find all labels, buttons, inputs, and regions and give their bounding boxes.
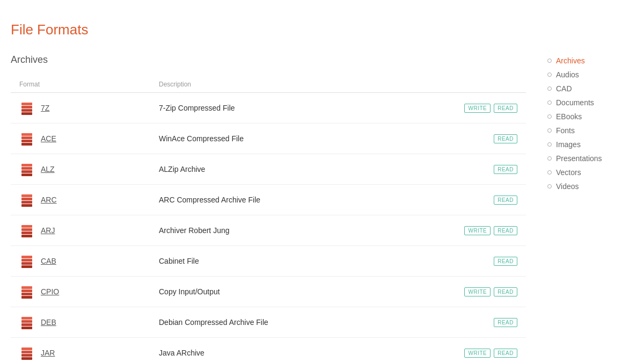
formats-table: Format Description 7Z7-Zip Compressed Fi…: [11, 76, 526, 362]
format-badges: WRITEREAD: [431, 349, 517, 358]
sidebar-item[interactable]: Documents: [547, 96, 633, 110]
format-name-link[interactable]: 7Z: [41, 104, 49, 112]
format-description: ALZip Archive: [159, 165, 431, 173]
archive-icon: [20, 255, 33, 267]
format-name-link[interactable]: ALZ: [41, 165, 55, 173]
format-badges: READ: [431, 196, 517, 205]
section-title: Archives: [11, 54, 526, 66]
archive-icon: [20, 102, 33, 114]
sidebar-dot-icon: [547, 100, 552, 105]
stack-icon: [19, 345, 34, 360]
sidebar-item[interactable]: Archives: [547, 54, 633, 68]
format-cell: ARC: [19, 192, 159, 207]
page-title: File Formats: [11, 21, 526, 38]
format-cell: ACE: [19, 131, 159, 146]
format-name-link[interactable]: DEB: [41, 318, 56, 327]
main-content: File Formats Archives Format Description…: [11, 21, 547, 362]
sidebar-item[interactable]: Videos: [547, 179, 633, 193]
sidebar-item[interactable]: Fonts: [547, 124, 633, 137]
archive-icon: [20, 285, 33, 298]
table-row: ARCARC Compressed Archive FileREAD: [11, 185, 526, 215]
format-description: Cabinet File: [159, 257, 431, 265]
sidebar-dot-icon: [547, 59, 552, 63]
sidebar-link[interactable]: Audios: [556, 70, 579, 79]
format-cell: DEB: [19, 315, 159, 330]
format-badges: WRITEREAD: [431, 287, 517, 296]
sidebar-link[interactable]: Videos: [556, 182, 579, 191]
sidebar-link[interactable]: Fonts: [556, 126, 575, 135]
format-cell: JAR: [19, 345, 159, 360]
write-badge: WRITE: [464, 349, 491, 358]
sidebar-dot-icon: [547, 73, 552, 77]
write-badge: WRITE: [464, 287, 491, 296]
col-description: Description: [159, 81, 431, 88]
stack-icon: [19, 223, 34, 238]
sidebar-link[interactable]: Vectors: [556, 168, 581, 177]
read-badge: READ: [494, 134, 517, 143]
read-badge: READ: [494, 196, 517, 205]
archive-icon: [20, 163, 33, 176]
sidebar-link[interactable]: EBooks: [556, 112, 582, 121]
stack-icon: [19, 284, 34, 299]
format-badges: WRITEREAD: [431, 104, 517, 113]
stack-icon: [19, 131, 34, 146]
stack-icon: [19, 162, 34, 177]
format-description: Java ARchive: [159, 349, 431, 357]
format-cell: CPIO: [19, 284, 159, 299]
table-row: CPIOCopy Input/OutputWRITEREAD: [11, 277, 526, 307]
format-description: WinAce Compressed File: [159, 134, 431, 143]
sidebar: ArchivesAudiosCADDocumentsEBooksFontsIma…: [547, 21, 633, 362]
format-cell: CAB: [19, 254, 159, 269]
table-row: 7Z7-Zip Compressed FileWRITEREAD: [11, 93, 526, 124]
format-description: Debian Compressed Archive File: [159, 318, 431, 327]
sidebar-link[interactable]: Archives: [556, 56, 585, 65]
stack-icon: [19, 254, 34, 269]
table-header: Format Description: [11, 76, 526, 93]
sidebar-item[interactable]: EBooks: [547, 110, 633, 124]
format-name-link[interactable]: CAB: [41, 257, 56, 265]
format-name-link[interactable]: ACE: [41, 134, 56, 143]
format-badges: READ: [431, 165, 517, 174]
format-description: Copy Input/Output: [159, 287, 431, 296]
read-badge: READ: [494, 257, 517, 266]
sidebar-link[interactable]: Presentations: [556, 154, 602, 163]
table-row: ARJArchiver Robert JungWRITEREAD: [11, 215, 526, 246]
archive-icon: [20, 224, 33, 237]
sidebar-dot-icon: [547, 156, 552, 161]
sidebar-link[interactable]: Images: [556, 140, 581, 149]
archive-icon: [20, 193, 33, 206]
read-badge: READ: [494, 165, 517, 174]
format-name-link[interactable]: JAR: [41, 349, 55, 357]
format-name-link[interactable]: CPIO: [41, 287, 59, 296]
sidebar-link[interactable]: CAD: [556, 84, 572, 93]
sidebar-dot-icon: [547, 170, 552, 175]
read-badge: READ: [494, 226, 517, 235]
col-badges: [431, 81, 517, 88]
format-description: 7-Zip Compressed File: [159, 104, 431, 112]
sidebar-item[interactable]: Presentations: [547, 151, 633, 165]
stack-icon: [19, 315, 34, 330]
sidebar-item[interactable]: CAD: [547, 82, 633, 96]
col-format: Format: [19, 81, 159, 88]
stack-icon: [19, 100, 34, 115]
format-name-link[interactable]: ARJ: [41, 226, 55, 235]
format-cell: 7Z: [19, 100, 159, 115]
read-badge: READ: [494, 104, 517, 113]
archive-icon: [20, 316, 33, 329]
sidebar-link[interactable]: Documents: [556, 98, 594, 107]
sidebar-item[interactable]: Vectors: [547, 165, 633, 179]
read-badge: READ: [494, 287, 517, 296]
format-cell: ARJ: [19, 223, 159, 238]
archive-icon: [20, 132, 33, 145]
format-badges: READ: [431, 257, 517, 266]
sidebar-item[interactable]: Audios: [547, 68, 633, 82]
stack-icon: [19, 192, 34, 207]
sidebar-item[interactable]: Images: [547, 137, 633, 151]
table-row: JARJava ARchiveWRITEREAD: [11, 338, 526, 362]
format-badges: WRITEREAD: [431, 226, 517, 235]
format-name-link[interactable]: ARC: [41, 196, 57, 204]
sidebar-dot-icon: [547, 86, 552, 91]
format-badges: READ: [431, 318, 517, 327]
sidebar-dot-icon: [547, 142, 552, 147]
sidebar-dot-icon: [547, 114, 552, 119]
